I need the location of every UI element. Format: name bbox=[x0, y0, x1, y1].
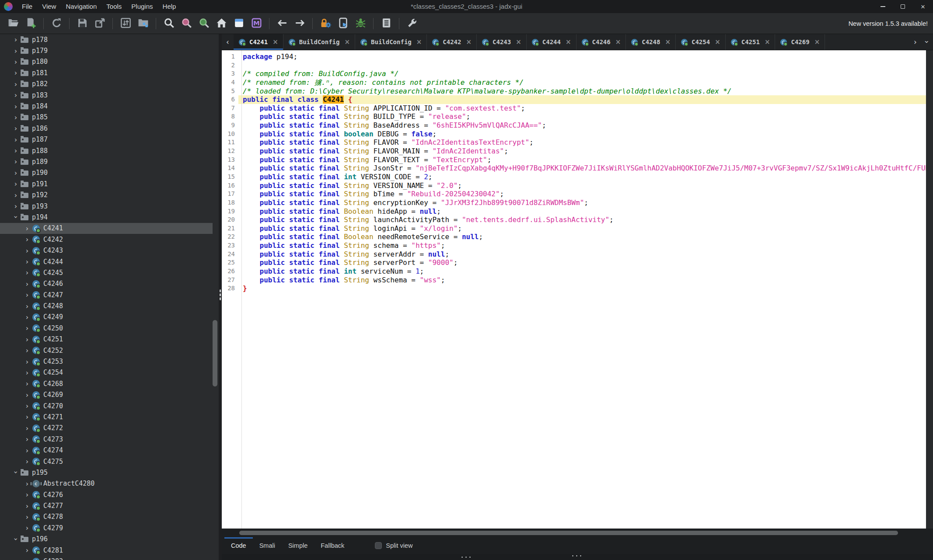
tree-class-c4247[interactable]: ›C4247 bbox=[0, 289, 213, 300]
tab-buildconfig[interactable]: BuildConfig× bbox=[355, 34, 427, 50]
chevron-collapsed-icon[interactable]: › bbox=[11, 35, 20, 44]
tree-class-c4270[interactable]: ›C4270 bbox=[0, 400, 213, 411]
tab-c4246[interactable]: C4246× bbox=[577, 34, 626, 50]
tree-class-c4279[interactable]: ›C4279 bbox=[0, 522, 213, 533]
chevron-expanded-icon[interactable]: › bbox=[12, 535, 20, 543]
tree-class-c4248[interactable]: ›C4248 bbox=[0, 300, 213, 311]
chevron-collapsed-icon[interactable]: › bbox=[23, 524, 31, 532]
chevron-collapsed-icon[interactable]: › bbox=[23, 513, 31, 521]
chevron-collapsed-icon[interactable]: › bbox=[23, 424, 31, 432]
preview-window-button[interactable] bbox=[231, 16, 247, 31]
tree-class-c4243[interactable]: ›C4243 bbox=[0, 245, 213, 256]
chevron-collapsed-icon[interactable]: › bbox=[11, 191, 20, 199]
tab-c4243[interactable]: C4243× bbox=[477, 34, 527, 50]
tree-class-c4245[interactable]: ›C4245 bbox=[0, 267, 213, 278]
adb-device-button[interactable] bbox=[335, 16, 351, 31]
chevron-collapsed-icon[interactable]: › bbox=[23, 247, 31, 255]
chevron-collapsed-icon[interactable]: › bbox=[11, 58, 20, 66]
tree-class-c4253[interactable]: ›C4253 bbox=[0, 356, 213, 367]
tree-class-c4254[interactable]: ›C4254 bbox=[0, 367, 213, 378]
tree-package-p180[interactable]: ›p180 bbox=[0, 56, 213, 67]
tab-close-icon[interactable]: × bbox=[765, 38, 770, 46]
preferences-button[interactable] bbox=[404, 16, 420, 31]
chevron-collapsed-icon[interactable]: › bbox=[23, 235, 31, 243]
tab-close-icon[interactable]: × bbox=[566, 38, 571, 46]
tree-class-c4277[interactable]: ›C4277 bbox=[0, 500, 213, 511]
tree-package-p185[interactable]: ›p185 bbox=[0, 112, 213, 123]
tree-package-p195[interactable]: ›p195 bbox=[0, 467, 213, 478]
chevron-collapsed-icon[interactable]: › bbox=[23, 557, 31, 560]
tree-class-c4272[interactable]: ›C4272 bbox=[0, 423, 213, 434]
tree-class-c4249[interactable]: ›C4249 bbox=[0, 312, 213, 323]
tree-class-c4269[interactable]: ›C4269 bbox=[0, 390, 213, 400]
tree-package-p193[interactable]: ›p193 bbox=[0, 201, 213, 212]
tree-package-p190[interactable]: ›p190 bbox=[0, 167, 213, 178]
chevron-collapsed-icon[interactable]: › bbox=[23, 268, 31, 277]
tab-close-icon[interactable]: × bbox=[615, 38, 621, 46]
chevron-collapsed-icon[interactable]: › bbox=[11, 80, 20, 88]
chevron-collapsed-icon[interactable]: › bbox=[23, 457, 31, 466]
chevron-collapsed-icon[interactable]: › bbox=[23, 379, 31, 388]
update-notice[interactable]: New version 1.5.3 available! bbox=[849, 20, 929, 27]
tree-package-p192[interactable]: ›p192 bbox=[0, 189, 213, 200]
horizontal-scrollbar-thumb[interactable] bbox=[239, 531, 898, 535]
editor-horizontal-scrollbar[interactable] bbox=[222, 529, 933, 537]
chevron-collapsed-icon[interactable]: › bbox=[11, 69, 20, 77]
flat-packages-button[interactable] bbox=[135, 16, 151, 31]
tabs-dropdown-button[interactable]: › bbox=[921, 34, 933, 50]
chevron-collapsed-icon[interactable]: › bbox=[23, 413, 31, 421]
tree-class-c4246[interactable]: ›C4246 bbox=[0, 278, 213, 289]
tab-close-icon[interactable]: × bbox=[665, 38, 671, 46]
chevron-collapsed-icon[interactable]: › bbox=[23, 546, 31, 554]
tree-package-p194[interactable]: ›p194 bbox=[0, 212, 213, 223]
tree-class-c4275[interactable]: ›C4275 bbox=[0, 456, 213, 467]
menu-plugins[interactable]: Plugins bbox=[126, 0, 157, 13]
tabs-scroll-left-button[interactable]: ‹ bbox=[222, 34, 234, 50]
tab-close-icon[interactable]: × bbox=[814, 38, 820, 46]
chevron-collapsed-icon[interactable]: › bbox=[11, 136, 20, 144]
tab-close-icon[interactable]: × bbox=[466, 38, 472, 46]
tree-class-c4241[interactable]: ›C4241 bbox=[0, 223, 213, 234]
editor-vertical-scrollbar[interactable] bbox=[926, 50, 933, 529]
tab-c4251[interactable]: C4251× bbox=[726, 34, 776, 50]
chevron-collapsed-icon[interactable]: › bbox=[11, 202, 20, 210]
chevron-collapsed-icon[interactable]: › bbox=[23, 490, 31, 499]
search-class-button[interactable] bbox=[178, 16, 194, 31]
open-file-button[interactable] bbox=[5, 16, 21, 31]
tree-class-c4278[interactable]: ›C4278 bbox=[0, 511, 213, 522]
tab-close-icon[interactable]: × bbox=[273, 38, 278, 46]
log-viewer-button[interactable] bbox=[378, 16, 394, 31]
view-mode-fallback[interactable]: Fallback bbox=[314, 537, 351, 554]
tree-package-p179[interactable]: ›p179 bbox=[0, 45, 213, 56]
view-mode-smali[interactable]: Smali bbox=[253, 537, 282, 554]
tab-buildconfig[interactable]: BuildConfig× bbox=[283, 34, 355, 50]
tree-class-c4276[interactable]: ›C4276 bbox=[0, 489, 213, 500]
chevron-collapsed-icon[interactable]: › bbox=[23, 358, 31, 366]
chevron-expanded-icon[interactable]: › bbox=[12, 468, 20, 477]
chevron-collapsed-icon[interactable]: › bbox=[23, 446, 31, 455]
tree-package-p181[interactable]: ›p181 bbox=[0, 67, 213, 78]
menu-help[interactable]: Help bbox=[158, 0, 181, 13]
chevron-collapsed-icon[interactable]: › bbox=[23, 280, 31, 288]
tree-package-p196[interactable]: ›p196 bbox=[0, 534, 213, 545]
tree-class-c4252[interactable]: ›C4252 bbox=[0, 345, 213, 356]
tree-class-c4273[interactable]: ›C4273 bbox=[0, 434, 213, 445]
m-plugin-button[interactable]: M bbox=[248, 16, 264, 31]
chevron-collapsed-icon[interactable]: › bbox=[23, 224, 31, 233]
main-activity-button[interactable] bbox=[213, 16, 229, 31]
menu-tools[interactable]: Tools bbox=[101, 0, 126, 13]
maximize-button[interactable] bbox=[893, 0, 913, 13]
split-view-toggle[interactable]: Split view bbox=[375, 537, 412, 554]
panel-splitter[interactable] bbox=[219, 34, 222, 560]
view-mode-simple[interactable]: Simple bbox=[282, 537, 314, 554]
tree-class-c4242[interactable]: ›C4242 bbox=[0, 234, 213, 245]
chevron-collapsed-icon[interactable]: › bbox=[11, 113, 20, 122]
export-button[interactable] bbox=[92, 16, 108, 31]
tree-package-p187[interactable]: ›p187 bbox=[0, 134, 213, 145]
search-text-button[interactable] bbox=[161, 16, 177, 31]
tree-package-p191[interactable]: ›p191 bbox=[0, 178, 213, 189]
tab-c4269[interactable]: C4269× bbox=[775, 34, 825, 50]
sync-button[interactable] bbox=[118, 16, 133, 31]
tab-close-icon[interactable]: × bbox=[715, 38, 720, 46]
chevron-collapsed-icon[interactable]: › bbox=[23, 313, 31, 321]
